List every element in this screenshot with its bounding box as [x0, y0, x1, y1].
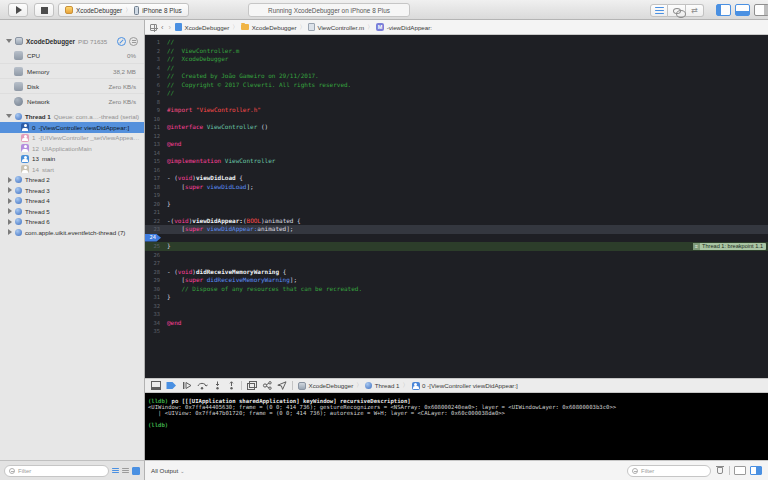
line-number[interactable]: 22 — [145, 217, 162, 226]
simulate-location-button[interactable] — [277, 381, 287, 390]
disclosure-triangle-icon[interactable] — [8, 177, 12, 183]
code-line[interactable]: 4// — [145, 64, 768, 73]
continue-button[interactable] — [182, 381, 192, 390]
gauge-row-cpu[interactable]: CPU0% — [0, 48, 144, 63]
line-number[interactable]: 9 — [145, 106, 162, 115]
code-line[interactable]: 31} — [145, 293, 768, 302]
line-number[interactable]: 17 — [145, 174, 162, 183]
standard-editor-button[interactable] — [650, 4, 668, 17]
breakpoints-toggle-button[interactable] — [166, 381, 177, 390]
line-number[interactable]: 26 — [145, 251, 162, 260]
code-line[interactable]: 29 [super didReceiveMemoryWarning]; — [145, 276, 768, 285]
line-number[interactable]: 23 — [145, 225, 162, 234]
stack-frame-row[interactable]: 13main — [0, 154, 144, 165]
gauge-row-disk[interactable]: DiskZero KB/s — [0, 78, 144, 93]
line-number[interactable]: 20 — [145, 200, 162, 209]
line-number[interactable]: 33 — [145, 310, 162, 319]
debug-bar-crumb[interactable]: 0 -[ViewController viewDidAppear:] — [412, 382, 518, 390]
debug-console[interactable]: (lldb) po [[[UIApplication sharedApplica… — [145, 393, 768, 460]
code-line[interactable]: 24 — [145, 234, 768, 243]
disclosure-triangle-icon[interactable] — [8, 187, 12, 193]
code-line[interactable]: 23 [super viewDidAppear:animated]; — [145, 225, 768, 234]
code-line[interactable]: 32 — [145, 302, 768, 311]
thread-row[interactable]: Thread 4 — [0, 196, 144, 207]
line-number[interactable]: 4 — [145, 64, 162, 73]
thread-row[interactable]: Thread 5 — [0, 206, 144, 217]
jump-bar-crumb[interactable]: XcodeDebugger — [175, 23, 229, 31]
line-number[interactable]: 28 — [145, 268, 162, 277]
line-number[interactable]: 1 — [145, 38, 162, 47]
process-row[interactable]: XcodeDebugger PID 71635 — [0, 34, 144, 48]
code-line[interactable]: 3// XcodeDebugger — [145, 55, 768, 64]
navigator-filter-input[interactable]: Filter — [4, 465, 109, 477]
code-line[interactable]: 9#import "ViewController.h" — [145, 106, 768, 115]
line-number[interactable]: 10 — [145, 115, 162, 124]
source-editor[interactable]: 1//2// ViewController.m3// XcodeDebugger… — [145, 35, 768, 378]
back-button[interactable]: ‹ — [160, 23, 165, 32]
console-filter-input[interactable]: Filter — [627, 465, 711, 477]
navigator-view-mode-icon[interactable] — [132, 467, 140, 475]
show-crashed-threads-icon[interactable] — [122, 468, 129, 474]
step-out-button[interactable] — [227, 381, 236, 390]
line-number[interactable]: 13 — [145, 140, 162, 149]
disclosure-triangle-icon[interactable] — [6, 114, 12, 118]
line-number[interactable]: 11 — [145, 123, 162, 132]
assistant-editor-button[interactable] — [668, 4, 686, 17]
stop-button[interactable] — [34, 3, 54, 17]
console-view-toggle[interactable] — [750, 466, 762, 475]
navigator-toggle-button[interactable] — [716, 4, 731, 16]
code-line[interactable]: 1// — [145, 38, 768, 47]
stack-frame-row[interactable]: 12UIApplicationMain — [0, 143, 144, 154]
code-line[interactable]: 35 — [145, 327, 768, 336]
line-number[interactable]: 32 — [145, 302, 162, 311]
code-line[interactable]: 8 — [145, 98, 768, 107]
code-line[interactable]: 18 [super viewDidLoad]; — [145, 183, 768, 192]
line-number[interactable]: 5 — [145, 72, 162, 81]
code-line[interactable]: 19 — [145, 191, 768, 200]
jump-bar-crumb[interactable]: M-viewDidAppear: — [376, 23, 432, 31]
debug-area-toggle-button[interactable] — [735, 4, 750, 16]
code-line[interactable]: 6// Copyright © 2017 Cleverti. All right… — [145, 81, 768, 90]
disclosure-triangle-icon[interactable] — [8, 219, 12, 225]
memory-graph-button[interactable] — [262, 381, 272, 390]
thread-row[interactable]: Thread 3 — [0, 185, 144, 196]
thread-row[interactable]: com.apple.uikit.eventfetch-thread (7) — [0, 227, 144, 238]
process-menu-icon[interactable] — [129, 37, 138, 46]
disclosure-triangle-icon[interactable] — [8, 198, 12, 204]
forward-button[interactable]: › — [168, 23, 173, 32]
version-editor-button[interactable]: ⇄ — [686, 4, 704, 17]
clear-console-icon[interactable] — [717, 467, 723, 474]
step-into-button[interactable] — [213, 381, 222, 390]
step-over-button[interactable] — [197, 381, 208, 390]
code-line[interactable]: 20} — [145, 200, 768, 209]
code-line[interactable]: 17- (void)viewDidLoad { — [145, 174, 768, 183]
jump-bar-crumb[interactable]: ViewController.m — [308, 23, 364, 31]
line-number[interactable]: 29 — [145, 276, 162, 285]
code-line[interactable]: 25}≡Thread 1: breakpoint 1.1 — [145, 242, 768, 251]
pause-process-icon[interactable] — [117, 37, 126, 46]
code-line[interactable]: 33 — [145, 310, 768, 319]
thread-row[interactable]: Thread 6 — [0, 217, 144, 228]
code-line[interactable]: 30 // Dispose of any resources that can … — [145, 285, 768, 294]
variables-view-toggle[interactable] — [734, 466, 746, 475]
line-number[interactable]: 12 — [145, 132, 162, 141]
code-line[interactable]: 28- (void)didReceiveMemoryWarning { — [145, 268, 768, 277]
code-line[interactable]: 11@interface ViewController () — [145, 123, 768, 132]
line-number[interactable]: 15 — [145, 157, 162, 166]
code-line[interactable]: 10 — [145, 115, 768, 124]
output-mode-selector[interactable]: All Output ⌄ — [151, 467, 184, 474]
line-number[interactable]: 6 — [145, 81, 162, 90]
line-number[interactable]: 14 — [145, 149, 162, 158]
code-line[interactable]: 2// ViewController.m — [145, 47, 768, 56]
line-number[interactable]: 31 — [145, 293, 162, 302]
stack-frame-row[interactable]: 0-[ViewController viewDidAppear:] — [0, 122, 144, 133]
code-line[interactable]: 22-(void)viewDidAppear:(BOOL)animated { — [145, 217, 768, 226]
line-number[interactable]: 34 — [145, 319, 162, 328]
gauge-row-network[interactable]: NetworkZero KB/s — [0, 93, 144, 108]
line-number[interactable]: 16 — [145, 166, 162, 175]
scheme-selector[interactable]: XcodeDebugger 〉 iPhone 8 Plus — [58, 3, 189, 17]
line-number[interactable]: 30 — [145, 285, 162, 294]
line-number[interactable]: 2 — [145, 47, 162, 56]
gauge-row-memory[interactable]: Memory38,2 MB — [0, 63, 144, 78]
line-number[interactable]: 8 — [145, 98, 162, 107]
